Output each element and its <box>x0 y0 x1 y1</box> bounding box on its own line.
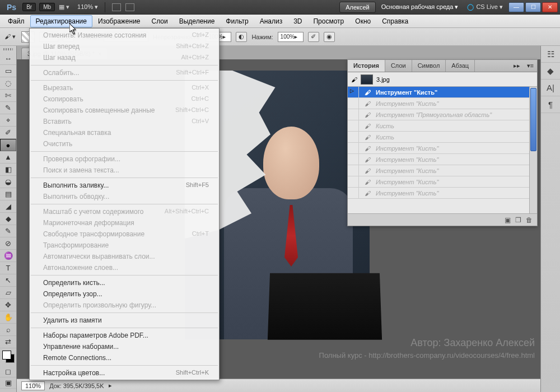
color-swatches[interactable] <box>0 348 16 366</box>
menu-item[interactable]: Наборы параметров Adobe PDF... <box>30 330 219 341</box>
status-doc-size: Док: 395,5K/395,5K <box>49 382 104 389</box>
history-state[interactable]: 🖌Инструмент "Кисть" <box>348 154 529 165</box>
panel-menu-icon[interactable]: ▾≡ <box>524 60 537 72</box>
menu-item: Марионеточная деформация <box>30 217 219 228</box>
airbrush-icon[interactable]: ✐ <box>308 32 319 42</box>
tool-22[interactable]: ⌕ <box>0 324 16 336</box>
tool-12[interactable]: ◢ <box>0 200 16 213</box>
tool-15[interactable]: ⊘ <box>0 237 16 250</box>
menu-изображение[interactable]: Изображение <box>92 15 146 27</box>
history-state[interactable]: 🖌Кисть <box>348 132 529 143</box>
new-snapshot-icon[interactable]: ▣ <box>505 216 511 224</box>
status-zoom[interactable]: 110% <box>21 381 45 390</box>
menu-3d[interactable]: 3D <box>288 15 307 27</box>
panel-tab-Абзац[interactable]: Абзац <box>446 60 475 72</box>
menu-item[interactable]: Remote Connections... <box>30 352 219 363</box>
menu-item[interactable]: Удалить из памяти <box>30 315 219 326</box>
tool-16[interactable]: ♒ <box>0 250 16 262</box>
history-source-row[interactable]: 🖌 3.jpg <box>348 72 537 87</box>
tool-19[interactable]: ▱ <box>0 287 16 299</box>
history-state[interactable]: 🖌Инструмент "Кисть" <box>348 188 529 199</box>
menu-редактирование[interactable]: Редактирование <box>30 15 92 27</box>
panel-collapse-icon[interactable]: ▸▸ <box>510 60 524 72</box>
status-menu-arrow[interactable]: ▸ <box>109 382 112 389</box>
status-bar: 110% Док: 395,5K/395,5K ▸ <box>17 379 540 392</box>
workspace-label[interactable]: Основная рабочая среда ▾ <box>376 3 464 11</box>
tool-1[interactable]: ▭ <box>0 65 16 77</box>
menu-item[interactable]: Определить узор... <box>30 288 219 300</box>
tool-5[interactable]: ⌖ <box>0 114 16 127</box>
tool-9[interactable]: ◧ <box>0 164 16 176</box>
scrollbar-thumb[interactable] <box>530 88 536 151</box>
menu-выделение[interactable]: Выделение <box>174 15 221 27</box>
tool-14[interactable]: ✎ <box>0 225 16 237</box>
menu-item[interactable]: Выполнить заливку...Shift+F5 <box>30 180 219 191</box>
tool-2[interactable]: ◌ <box>0 77 16 90</box>
history-source-thumb <box>361 74 373 85</box>
screen-mode-menu[interactable]: ▦ <box>57 3 72 11</box>
tool-6[interactable]: ✐ <box>0 127 16 139</box>
panel-tab-История[interactable]: История <box>348 60 385 72</box>
quickmask-button[interactable]: ◻ <box>0 366 16 377</box>
menu-item[interactable]: Настройка цветов...Shift+Ctrl+K <box>30 367 219 379</box>
dock-paragraph-icon[interactable]: ¶ <box>541 96 560 113</box>
menu-item[interactable]: Определить кисть... <box>30 277 219 288</box>
history-state[interactable]: 🖌Инструмент "Кисть" <box>348 98 529 109</box>
menu-item: Скопировать совмещенные данныеShift+Ctrl… <box>30 105 219 116</box>
cslive-button[interactable]: CS Live ▾ <box>464 3 506 11</box>
tool-18[interactable]: ↖ <box>0 274 16 287</box>
bridge-button[interactable]: Br <box>22 3 36 11</box>
menu-слои[interactable]: Слои <box>146 15 174 27</box>
tool-23[interactable]: ⇄ <box>0 336 16 348</box>
arrange-icon[interactable] <box>112 3 121 11</box>
tool-3[interactable]: ✄ <box>0 90 16 102</box>
foreground-color[interactable] <box>2 351 11 360</box>
history-state[interactable]: 🖌Инструмент "Кисть" <box>348 176 529 188</box>
history-state[interactable]: 🖌Кисть <box>348 120 529 132</box>
panel-tab-Символ[interactable]: Символ <box>412 60 446 72</box>
tool-preset-icon[interactable]: 🖌 ▾ <box>3 31 17 43</box>
minibridge-button[interactable]: Mb <box>39 3 55 11</box>
tool-10[interactable]: ◒ <box>0 176 16 188</box>
menu-окно[interactable]: Окно <box>349 15 376 27</box>
tool-4[interactable]: ✎ <box>0 102 16 114</box>
menu-фильтр[interactable]: Фильтр <box>220 15 254 27</box>
history-state[interactable]: 🖌Инструмент "Кисть" <box>348 143 529 154</box>
delete-state-icon[interactable]: 🗑 <box>526 216 533 224</box>
menu-item[interactable]: Управление наборами... <box>30 341 219 352</box>
menu-анализ[interactable]: Анализ <box>254 15 288 27</box>
flow-field[interactable]: 100% ▸ <box>278 32 304 42</box>
tool-21[interactable]: ✋ <box>0 311 16 324</box>
menu-файл[interactable]: Файл <box>2 15 30 27</box>
tool-0[interactable]: ↔ <box>0 53 16 65</box>
history-state[interactable]: 🖌Инструмент "Кисть" <box>348 165 529 176</box>
tool-7[interactable]: ● <box>0 139 16 151</box>
toolbox-grip[interactable] <box>0 46 16 53</box>
screen-icon[interactable] <box>125 3 134 11</box>
zoom-level[interactable]: 110% <box>75 3 100 11</box>
tool-20[interactable]: ✥ <box>0 299 16 311</box>
screenmode-button[interactable]: ▣ <box>0 377 16 389</box>
tool-8[interactable]: ▲ <box>0 151 16 164</box>
flow-label: Нажим: <box>251 34 273 40</box>
minimize-button[interactable]: — <box>508 2 524 12</box>
menu-item: Автоналожение слоев... <box>30 262 219 273</box>
dock-history-icon[interactable]: ☷ <box>541 46 560 63</box>
menu-справка[interactable]: Справка <box>376 15 414 27</box>
dock-character-icon[interactable]: A| <box>541 80 560 96</box>
history-state[interactable]: 🖌Инструмент "Прямоугольная область" <box>348 109 529 120</box>
close-button[interactable]: ✕ <box>542 2 558 12</box>
user-button[interactable]: Алексей <box>339 2 376 13</box>
new-doc-icon[interactable]: ❐ <box>515 216 521 224</box>
opacity-pressure-icon[interactable]: ◐ <box>236 32 247 42</box>
history-scrollbar[interactable] <box>529 87 537 213</box>
maximize-button[interactable]: ☐ <box>525 2 541 12</box>
tablet-pressure-icon[interactable]: ◉ <box>324 32 335 42</box>
history-state[interactable]: 🖌Инструмент "Кисть" <box>348 87 529 98</box>
tool-17[interactable]: T <box>0 262 16 274</box>
dock-color-icon[interactable]: ◆ <box>541 63 560 80</box>
panel-tab-Слои[interactable]: Слои <box>385 60 412 72</box>
tool-13[interactable]: ◆ <box>0 213 16 225</box>
menu-просмотр[interactable]: Просмотр <box>307 15 349 27</box>
tool-11[interactable]: ▤ <box>0 188 16 200</box>
